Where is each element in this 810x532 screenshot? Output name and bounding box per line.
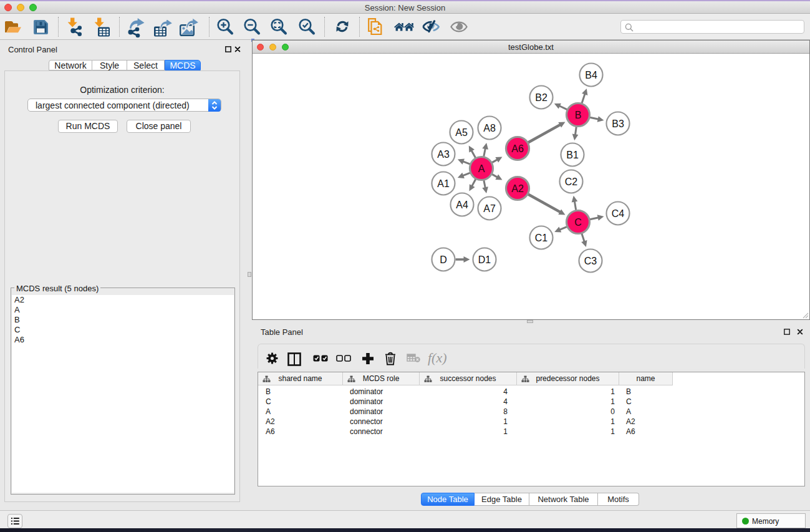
svg-text:A5: A5 bbox=[455, 127, 468, 138]
svg-text:C2: C2 bbox=[565, 177, 578, 187]
svg-text:C1: C1 bbox=[535, 233, 548, 243]
svg-text:C: C bbox=[574, 217, 582, 228]
svg-text:A7: A7 bbox=[483, 203, 496, 214]
svg-text:A2: A2 bbox=[511, 183, 524, 194]
svg-text:A: A bbox=[478, 163, 485, 174]
svg-text:B3: B3 bbox=[612, 118, 624, 129]
svg-text:B2: B2 bbox=[535, 92, 547, 103]
svg-text:D: D bbox=[440, 254, 447, 265]
svg-text:C4: C4 bbox=[612, 208, 625, 219]
svg-text:A8: A8 bbox=[483, 123, 496, 133]
svg-text:B1: B1 bbox=[566, 150, 579, 160]
svg-text:A6: A6 bbox=[511, 143, 524, 154]
svg-text:A3: A3 bbox=[437, 149, 450, 160]
svg-text:D1: D1 bbox=[478, 254, 491, 265]
svg-text:B: B bbox=[575, 110, 582, 120]
svg-text:A4: A4 bbox=[456, 200, 468, 210]
svg-text:C3: C3 bbox=[584, 256, 597, 266]
svg-text:B4: B4 bbox=[585, 70, 597, 80]
svg-text:A1: A1 bbox=[437, 178, 450, 189]
